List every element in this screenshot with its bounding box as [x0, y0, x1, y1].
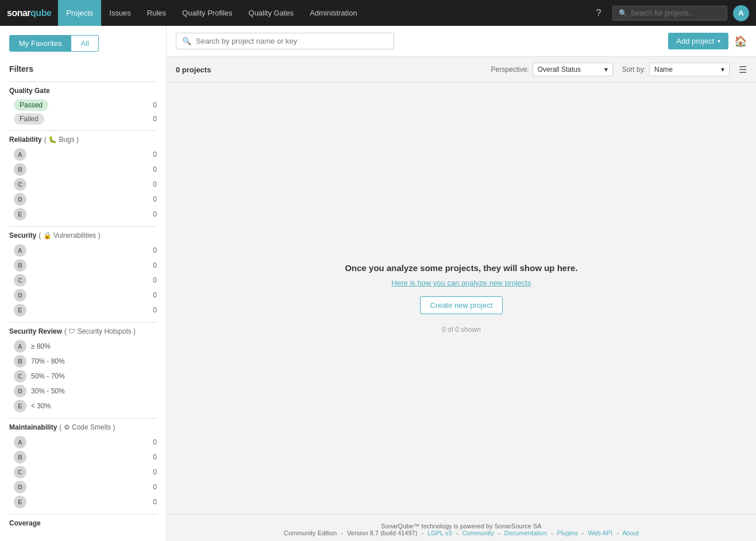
top-navigation: sonarqube Projects Issues Rules Quality …: [0, 0, 756, 26]
footer-links: Community Edition - Version 8.7 (build 4…: [175, 530, 748, 536]
reliability-grade-c[interactable]: C 0: [0, 177, 166, 192]
shown-count: 0 of 0 shown: [442, 326, 481, 334]
security-review-filter: Security Review ( 🛡 Security Hotspots ) …: [0, 325, 166, 414]
main-content: 🔍 Add project ▾ 🏠 0 projects Perspective…: [167, 26, 756, 541]
logo[interactable]: sonarqube: [7, 8, 51, 18]
nav-quality-gates[interactable]: Quality Gates: [241, 0, 302, 26]
nav-issues[interactable]: Issues: [101, 0, 139, 26]
footer-documentation-link[interactable]: Documentation: [504, 530, 547, 536]
nav-right: ? 🔍 A: [591, 5, 749, 21]
maintainability-title: Maintainability ( ⚙ Code Smells ): [0, 421, 166, 435]
coverage-filter: Coverage: [0, 517, 166, 531]
results-bar: 0 projects Perspective: Overall Status ▾…: [167, 57, 756, 83]
sort-chevron-icon: ▾: [721, 65, 724, 74]
page-layout: My Favorites All Filters Quality Gate Pa…: [0, 26, 756, 541]
maintainability-filter: Maintainability ( ⚙ Code Smells ) A 0 B …: [0, 421, 166, 509]
quality-gate-failed[interactable]: Failed 0: [0, 112, 166, 126]
security-review-grade-c[interactable]: C 50% - 70%: [0, 369, 166, 384]
maintainability-grade-c[interactable]: C 0: [0, 465, 166, 480]
project-search-box[interactable]: 🔍: [176, 33, 394, 49]
footer-about-link[interactable]: About: [622, 530, 639, 536]
reliability-title: Reliability ( 🐛 Bugs ): [0, 133, 166, 147]
sort-value: Name: [654, 65, 719, 74]
nav-administration[interactable]: Administration: [302, 0, 365, 26]
help-button[interactable]: ?: [591, 5, 607, 21]
perspective-chevron-icon: ▾: [604, 65, 608, 74]
global-search-input[interactable]: [631, 9, 721, 17]
quality-gate-passed[interactable]: Passed 0: [0, 98, 166, 112]
nav-rules[interactable]: Rules: [139, 0, 174, 26]
reliability-grade-a[interactable]: A 0: [0, 147, 166, 162]
maintainability-grade-e[interactable]: E 0: [0, 494, 166, 509]
projects-count: 0 projects: [176, 65, 211, 74]
perspective-select[interactable]: Overall Status ▾: [533, 63, 613, 76]
grade-e: E: [14, 208, 26, 221]
chevron-down-icon: ▾: [718, 38, 720, 44]
security-review-grade-d[interactable]: D 30% - 50%: [0, 384, 166, 399]
filters-title: Filters: [0, 61, 166, 79]
create-project-button[interactable]: Create new project: [420, 296, 502, 314]
security-grade-b[interactable]: B 0: [0, 258, 166, 273]
empty-title: Once you analyze some projects, they wil…: [345, 263, 577, 273]
reliability-grade-d[interactable]: D 0: [0, 192, 166, 207]
security-grade-a[interactable]: A 0: [0, 243, 166, 258]
footer-lgpl-link[interactable]: LGPL v3: [427, 530, 452, 536]
failed-pill: Failed: [14, 113, 44, 125]
maintainability-grade-d[interactable]: D 0: [0, 480, 166, 494]
security-review-grade-e[interactable]: E < 30%: [0, 399, 166, 414]
list-view-icon[interactable]: ☰: [739, 64, 747, 75]
code-smell-icon: ⚙: [64, 423, 70, 431]
perspective-value: Overall Status: [538, 65, 602, 74]
footer: SonarQube™ technology is powered by Sona…: [167, 514, 756, 541]
failed-count: 0: [153, 115, 157, 123]
passed-pill: Passed: [14, 99, 48, 111]
reliability-grade-b[interactable]: B 0: [0, 162, 166, 177]
passed-count: 0: [153, 101, 157, 109]
maintainability-grade-b[interactable]: B 0: [0, 450, 166, 465]
perspective-sort: Perspective: Overall Status ▾ Sort by: N…: [491, 63, 747, 76]
sort-select[interactable]: Name ▾: [649, 63, 730, 76]
lock-icon: 🔒: [43, 231, 52, 239]
nav-links: Projects Issues Rules Quality Profiles Q…: [58, 0, 591, 26]
user-avatar[interactable]: A: [733, 5, 749, 21]
project-search-input[interactable]: [196, 37, 388, 45]
add-project-button[interactable]: Add project ▾: [668, 33, 728, 49]
bug-icon: 🐛: [48, 136, 57, 144]
footer-community-link[interactable]: Community: [462, 530, 494, 536]
reliability-filter: Reliability ( 🐛 Bugs ) A 0 B 0 C 0 D 0 E: [0, 133, 166, 222]
quality-gate-filter: Quality Gate Passed 0 Failed 0: [0, 84, 166, 126]
security-grade-d[interactable]: D 0: [0, 288, 166, 303]
security-filter: Security ( 🔒 Vulnerabilities ) A 0 B 0 C…: [0, 229, 166, 318]
main-toolbar: 🔍 Add project ▾ 🏠: [167, 26, 756, 57]
security-review-grade-a[interactable]: A ≥ 80%: [0, 339, 166, 354]
all-tab[interactable]: All: [71, 35, 98, 52]
home-icon[interactable]: 🏠: [734, 35, 747, 48]
security-grade-c[interactable]: C 0: [0, 273, 166, 288]
security-grade-e[interactable]: E 0: [0, 303, 166, 318]
my-favorites-tab[interactable]: My Favorites: [9, 35, 71, 52]
security-review-grade-b[interactable]: B 70% - 80%: [0, 354, 166, 369]
quality-gate-title: Quality Gate: [0, 84, 166, 98]
maintainability-grade-a[interactable]: A 0: [0, 435, 166, 450]
perspective-label: Perspective:: [491, 65, 529, 74]
analyze-hint[interactable]: Here is how you can analyze new projects: [392, 279, 531, 287]
footer-plugins-link[interactable]: Plugins: [557, 530, 578, 536]
grade-b: B: [14, 163, 26, 176]
security-title: Security ( 🔒 Vulnerabilities ): [0, 229, 166, 243]
footer-powered: SonarQube™ technology is powered by Sona…: [175, 523, 748, 530]
shield-icon: 🛡: [68, 327, 75, 335]
nav-quality-profiles[interactable]: Quality Profiles: [174, 0, 240, 26]
global-search[interactable]: 🔍: [612, 6, 727, 21]
footer-webapi-link[interactable]: Web API: [588, 530, 612, 536]
reliability-grade-e[interactable]: E 0: [0, 207, 166, 222]
security-review-title: Security Review ( 🛡 Security Hotspots ): [0, 325, 166, 339]
search-icon: 🔍: [619, 9, 627, 17]
sidebar: My Favorites All Filters Quality Gate Pa…: [0, 26, 167, 541]
empty-state: Once you analyze some projects, they wil…: [167, 83, 756, 514]
grade-c: C: [14, 178, 26, 191]
sort-label: Sort by:: [622, 65, 646, 74]
coverage-title: Coverage: [0, 517, 166, 531]
nav-projects[interactable]: Projects: [58, 0, 101, 26]
favorites-tabs: My Favorites All: [9, 35, 157, 52]
grade-a: A: [14, 148, 26, 161]
